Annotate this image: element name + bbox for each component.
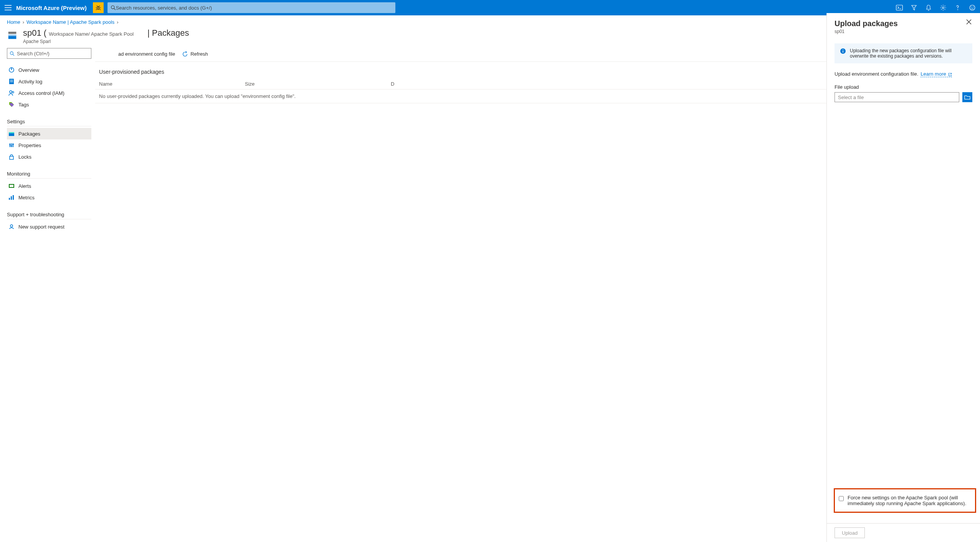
overview-icon: [8, 67, 15, 73]
nav-tags[interactable]: Tags: [7, 99, 91, 110]
nav-packages[interactable]: Packages: [7, 128, 91, 139]
activity-log-icon: [8, 78, 15, 85]
svg-rect-14: [8, 32, 17, 34]
svg-point-25: [12, 91, 14, 93]
svg-rect-33: [12, 144, 14, 145]
nav-locks[interactable]: Locks: [7, 151, 91, 162]
preview-bug-icon[interactable]: [93, 2, 104, 13]
nav-label: Activity log: [18, 79, 42, 85]
col-size-header[interactable]: Size: [245, 81, 391, 87]
spark-pool-icon: [7, 30, 18, 41]
directory-filter-icon[interactable]: [910, 4, 918, 12]
global-search[interactable]: [107, 2, 395, 13]
chevron-right-icon: ›: [117, 19, 118, 25]
upload-desc-text: Upload environment configuration file.: [835, 71, 918, 77]
nav-label: Overview: [18, 67, 39, 73]
svg-rect-23: [10, 81, 13, 82]
svg-point-17: [10, 51, 13, 55]
resource-name: sp01 (: [23, 28, 46, 38]
force-settings-highlight: Force new settings on the Apache Spark p…: [834, 488, 976, 513]
nav-activity-log[interactable]: Activity log: [7, 76, 91, 87]
info-icon: [840, 48, 846, 54]
file-upload-label: File upload: [835, 84, 972, 90]
svg-point-40: [10, 225, 13, 227]
nav-section-monitoring: Monitoring: [7, 171, 91, 179]
upload-button[interactable]: Upload: [835, 527, 865, 538]
search-icon: [10, 51, 15, 56]
packages-icon: [8, 131, 15, 137]
nav-label: New support request: [18, 224, 64, 230]
nav-search[interactable]: Search (Ctrl+/): [7, 48, 91, 59]
nav-new-support-request[interactable]: New support request: [7, 221, 91, 232]
svg-rect-30: [13, 143, 13, 147]
nav-label: Access control (IAM): [18, 90, 64, 96]
learn-more-link[interactable]: Learn more: [921, 71, 952, 77]
nav-alerts[interactable]: Alerts: [7, 180, 91, 192]
panel-subtitle: sp01: [835, 29, 898, 34]
notifications-icon[interactable]: [925, 4, 932, 12]
refresh-icon: [182, 51, 188, 57]
help-icon[interactable]: [954, 4, 962, 12]
svg-rect-16: [8, 35, 17, 36]
svg-rect-29: [11, 143, 12, 147]
info-text: Uploading the new packages configuration…: [850, 48, 967, 59]
global-search-input[interactable]: [116, 5, 392, 11]
nav-iam[interactable]: Access control (IAM): [7, 87, 91, 99]
svg-rect-20: [11, 68, 12, 70]
brand-title: Microsoft Azure (Preview): [16, 5, 87, 11]
chevron-right-icon: ›: [23, 19, 24, 25]
cloud-shell-icon[interactable]: [896, 4, 903, 12]
svg-line-6: [114, 8, 115, 10]
iam-icon: [8, 90, 15, 96]
info-callout: Uploading the new packages configuration…: [835, 43, 972, 63]
col-name-header[interactable]: Name: [99, 81, 245, 87]
svg-rect-32: [11, 146, 12, 146]
nav-overview[interactable]: Overview: [7, 64, 91, 76]
toolbar-label: Refresh: [190, 51, 208, 57]
metrics-icon: [8, 194, 15, 201]
svg-rect-27: [9, 132, 14, 133]
nav-label: Properties: [18, 143, 41, 148]
feedback-icon[interactable]: [968, 4, 976, 12]
refresh-button[interactable]: Refresh: [182, 51, 208, 57]
blade-title: | Packages: [147, 28, 189, 38]
svg-rect-44: [843, 51, 843, 53]
nav-label: Metrics: [18, 195, 35, 201]
col-date-header[interactable]: D: [391, 81, 394, 87]
resource-type: Apache Sparl: [23, 39, 134, 44]
properties-icon: [8, 142, 15, 148]
support-icon: [8, 224, 15, 230]
svg-rect-38: [11, 196, 12, 200]
breadcrumb-home[interactable]: Home: [7, 19, 20, 25]
svg-point-45: [843, 50, 843, 50]
learn-more-label: Learn more: [921, 71, 946, 77]
file-upload-input[interactable]: [835, 92, 959, 102]
settings-gear-icon[interactable]: [939, 4, 947, 12]
menu-icon[interactable]: [4, 3, 12, 12]
nav-metrics[interactable]: Metrics: [7, 192, 91, 203]
nav-section-settings: Settings: [7, 119, 91, 126]
nav-label: Packages: [18, 131, 40, 137]
nav-label: Locks: [18, 154, 31, 160]
tags-icon: [8, 101, 15, 108]
resource-path: Workspace Name/ Apache Spark Pool: [49, 31, 134, 37]
svg-point-24: [10, 91, 12, 93]
panel-title: Upload packages: [835, 19, 898, 28]
locks-icon: [8, 154, 15, 160]
svg-point-12: [971, 7, 972, 7]
svg-line-46: [950, 73, 952, 75]
toolbar-label: ad environment config file: [118, 51, 175, 57]
browse-file-button[interactable]: [962, 92, 972, 102]
svg-rect-22: [10, 80, 13, 81]
svg-point-11: [970, 5, 975, 10]
svg-rect-39: [13, 195, 14, 200]
nav-search-placeholder: Search (Ctrl+/): [17, 51, 50, 56]
close-icon[interactable]: [966, 19, 972, 25]
nav-properties[interactable]: Properties: [7, 139, 91, 151]
breadcrumb-workspace[interactable]: Workspace Name | Apache Spark pools: [26, 19, 114, 25]
upload-config-button[interactable]: ad environment config file: [118, 51, 175, 57]
svg-rect-34: [10, 156, 13, 159]
folder-icon: [964, 94, 970, 100]
nav-section-support: Support + troubleshooting: [7, 212, 91, 219]
force-settings-checkbox[interactable]: [839, 496, 844, 502]
